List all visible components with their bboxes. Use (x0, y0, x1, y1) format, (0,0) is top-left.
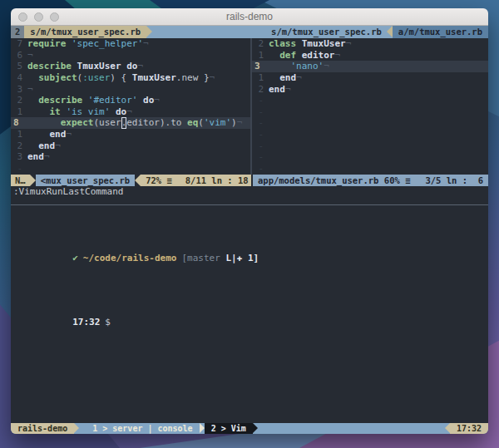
shell-input-line[interactable]: 17:32$ (17, 303, 482, 342)
code-token: ¬ (126, 106, 132, 118)
statusline-filename: <mux_user_spec.rb (36, 175, 135, 186)
code-token (27, 140, 38, 152)
terminal-content: 2 s/m/tmux_user_spec.rb s/m/tmux_user_sp… (11, 26, 488, 434)
line-number: - (252, 95, 269, 106)
statusline-filename: app/models/tmux_user.rb (258, 175, 378, 186)
code-token: ) (231, 117, 237, 129)
scroll-percent: 60% ≡ (384, 175, 411, 186)
tmux-window-1[interactable]: 1 > server | console (86, 423, 199, 434)
cursor-position: 8/11 ln : 18 (185, 175, 249, 186)
code-line: 2 describe '#editor' do¬ (11, 95, 250, 106)
code-token: do (116, 106, 126, 118)
prompt-symbol: $ (105, 317, 111, 327)
tab-buffer-spec[interactable]: s/m/tmux_user_spec.rb (266, 26, 387, 38)
code-token: ¬ (324, 61, 329, 72)
shell-prompt-line: ✔~/code/rails-demo[master L|✚ 1] (17, 239, 482, 278)
code-token: '#editor' (88, 95, 138, 106)
code-line: - (252, 117, 488, 129)
powerline-arrow-icon (74, 423, 79, 433)
tmux-session-name[interactable]: rails-demo (11, 423, 74, 434)
vim-pane-spec[interactable]: 7require 'spec_helper'¬6¬5describe TmuxU… (11, 38, 250, 175)
code-token: ( (198, 117, 204, 129)
code-token: 'is vim' (66, 106, 110, 118)
vim-cursor: . (121, 117, 127, 129)
code-token: ¬ (154, 95, 160, 106)
powerline-arrow-icon (30, 175, 36, 186)
code-token: ¬ (27, 84, 33, 96)
tab-active-spec[interactable]: s/m/tmux_user_spec.rb (24, 26, 146, 38)
code-token: ¬ (66, 129, 72, 140)
vim-command-line[interactable]: :VimuxRunLastCommand (11, 186, 488, 198)
line-number: 2 (11, 140, 27, 152)
line-number: 3 (252, 61, 269, 72)
code-token: ¬ (44, 151, 50, 163)
close-button[interactable] (18, 12, 27, 22)
code-token: ¬ (346, 38, 352, 50)
code-token: ) { (110, 72, 132, 84)
code-line: 2end¬ (252, 84, 488, 96)
code-token (296, 38, 302, 50)
code-token: 'vim' (204, 117, 231, 129)
code-token (61, 106, 67, 118)
shell-pane[interactable]: ✔~/code/rails-demo[master L|✚ 1] 17:32$ (11, 205, 488, 423)
code-token: ¬ (27, 50, 33, 62)
line-number: 2 (252, 84, 269, 96)
code-token (27, 117, 61, 129)
code-line: 1 it 'is vim' do¬ (11, 106, 250, 118)
code-token: ¬ (296, 72, 302, 84)
code-token: TmuxUser (77, 61, 121, 72)
code-line: - (11, 163, 250, 175)
code-line: 3end¬ (11, 151, 250, 163)
code-token: ¬ (335, 50, 341, 62)
code-token: end (38, 140, 55, 152)
code-line: - (252, 140, 488, 152)
zoom-button[interactable] (50, 12, 59, 22)
vim-pane-model[interactable]: 2class TmuxUser¬1 def editor¬3 'nano'¬1 … (252, 38, 488, 175)
git-branch: [master (181, 253, 225, 263)
tabline-filler (152, 26, 266, 38)
cursor-position: 3/5 ln : 6 (425, 175, 483, 186)
code-token: TmuxUser (132, 72, 176, 84)
git-dirty-count: ✚ 1] (237, 253, 259, 263)
line-number: 2 (11, 95, 27, 106)
line-number: 8 (11, 117, 27, 129)
tab-number[interactable]: 2 (11, 26, 24, 38)
code-token: editor).to (126, 117, 187, 129)
minimize-button[interactable] (34, 12, 43, 22)
tmux-status-bar: rails-demo 1 > server | console 2 > Vim … (11, 423, 488, 434)
code-token: .new } (176, 72, 210, 84)
code-token (296, 50, 302, 62)
tmux-clock: 17:32 (450, 423, 488, 434)
code-line: 2class TmuxUser¬ (252, 38, 488, 50)
code-token (269, 72, 279, 84)
tab-buffer-model[interactable]: a/m/tmux_user.rb (393, 26, 488, 38)
code-line: 1 end¬ (252, 72, 488, 84)
code-token (269, 61, 291, 72)
vim-statuslines: N… <mux_user_spec.rb 72% ≡ 8/11 ln : 18 … (11, 175, 488, 186)
code-token (27, 129, 50, 140)
code-token: ¬ (143, 38, 149, 50)
vim-splits: 7require 'spec_helper'¬6¬5describe TmuxU… (11, 38, 488, 175)
code-token: end (50, 129, 67, 140)
tmux-bar-filler (258, 423, 445, 434)
tmux-window-2-active[interactable]: 2 > Vim (205, 423, 253, 434)
pane-gap (11, 198, 488, 204)
desktop: rails-demo 2 s/m/tmux_user_spec.rb s/m/t… (0, 0, 499, 448)
line-number: - (252, 129, 269, 140)
code-token (269, 50, 279, 62)
window-titlebar[interactable]: rails-demo (11, 8, 488, 26)
line-number: 3 (11, 151, 27, 163)
line-number: 5 (11, 61, 27, 72)
code-token: ¬ (210, 72, 215, 84)
git-flags: L| (225, 253, 236, 263)
code-token (82, 95, 88, 106)
code-token: class (269, 38, 296, 50)
line-number: 6 (11, 50, 27, 62)
traffic-lights (18, 8, 59, 25)
code-token: do (143, 95, 154, 106)
code-token: TmuxUser (302, 38, 346, 50)
line-number: - (252, 163, 269, 175)
line-number: 1 (11, 106, 27, 118)
window-title: rails-demo (226, 11, 273, 22)
code-token: end (269, 84, 285, 96)
